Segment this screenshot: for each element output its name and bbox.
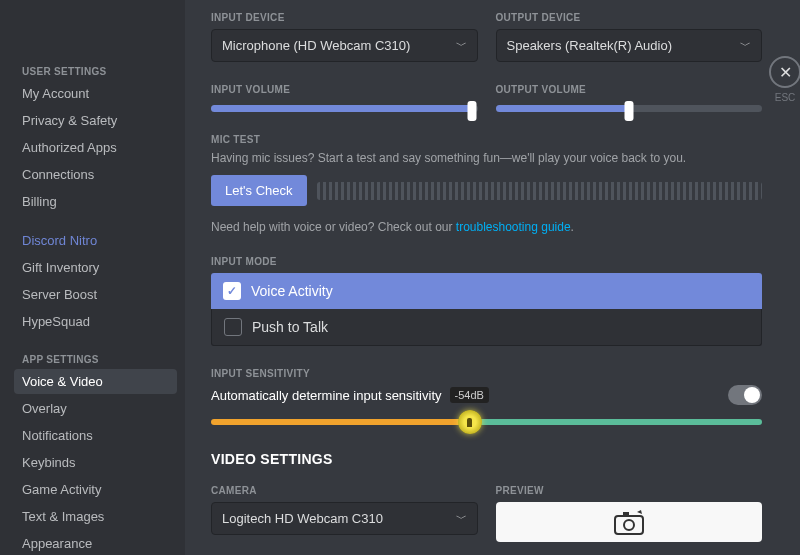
video-settings-header: VIDEO SETTINGS xyxy=(211,451,762,467)
push-to-talk-label: Push to Talk xyxy=(252,319,328,335)
sidebar-item-server-boost[interactable]: Server Boost xyxy=(14,282,177,307)
output-volume-slider[interactable] xyxy=(496,105,763,112)
svg-rect-2 xyxy=(623,512,629,517)
input-sensitivity-label: INPUT SENSITIVITY xyxy=(211,368,762,379)
settings-sidebar: USER SETTINGS My Account Privacy & Safet… xyxy=(0,0,185,555)
sidebar-item-text-images[interactable]: Text & Images xyxy=(14,504,177,529)
output-device-value: Speakers (Realtek(R) Audio) xyxy=(507,38,672,53)
sidebar-item-overlay[interactable]: Overlay xyxy=(14,396,177,421)
input-volume-slider[interactable] xyxy=(211,105,478,112)
input-device-select[interactable]: Microphone (HD Webcam C310) ﹀ xyxy=(211,29,478,62)
sensitivity-slider[interactable] xyxy=(211,419,762,425)
sidebar-item-discord-nitro[interactable]: Discord Nitro xyxy=(14,228,177,253)
input-mode-label: INPUT MODE xyxy=(211,256,762,267)
chevron-down-icon: ﹀ xyxy=(456,511,467,526)
svg-rect-0 xyxy=(615,516,643,534)
close-settings: ✕ ESC xyxy=(769,56,800,103)
mic-test-desc: Having mic issues? Start a test and say … xyxy=(211,151,762,165)
chevron-down-icon: ﹀ xyxy=(740,38,751,53)
preview-label: PREVIEW xyxy=(496,485,763,496)
camera-select[interactable]: Logitech HD Webcam C310 ﹀ xyxy=(211,502,478,535)
sidebar-item-privacy[interactable]: Privacy & Safety xyxy=(14,108,177,133)
auto-sensitivity-text: Automatically determine input sensitivit… xyxy=(211,388,442,403)
slider-thumb[interactable] xyxy=(624,101,633,121)
sidebar-item-notifications[interactable]: Notifications xyxy=(14,423,177,448)
troubleshooting-link[interactable]: troubleshooting guide xyxy=(456,220,571,234)
sidebar-item-appearance[interactable]: Appearance xyxy=(14,531,177,555)
user-settings-header: USER SETTINGS xyxy=(14,60,177,81)
output-device-select[interactable]: Speakers (Realtek(R) Audio) ﹀ xyxy=(496,29,763,62)
mic-level-meter xyxy=(317,182,762,200)
camera-preview xyxy=(496,502,763,542)
db-tooltip: -54dB xyxy=(450,387,489,403)
input-volume-label: INPUT VOLUME xyxy=(211,84,478,95)
sidebar-item-gift-inventory[interactable]: Gift Inventory xyxy=(14,255,177,280)
input-device-label: INPUT DEVICE xyxy=(211,12,478,23)
checkbox-icon xyxy=(224,318,242,336)
sidebar-item-game-activity[interactable]: Game Activity xyxy=(14,477,177,502)
checkbox-icon: ✓ xyxy=(223,282,241,300)
mic-test-label: MIC TEST xyxy=(211,134,762,145)
input-mode-voice-activity[interactable]: ✓ Voice Activity xyxy=(211,273,762,309)
sidebar-item-voice-video[interactable]: Voice & Video xyxy=(14,369,177,394)
app-settings-header: APP SETTINGS xyxy=(14,348,177,369)
sidebar-item-keybinds[interactable]: Keybinds xyxy=(14,450,177,475)
camera-value: Logitech HD Webcam C310 xyxy=(222,511,383,526)
output-device-label: OUTPUT DEVICE xyxy=(496,12,763,23)
input-device-value: Microphone (HD Webcam C310) xyxy=(222,38,410,53)
help-text: Need help with voice or video? Check out… xyxy=(211,220,762,234)
sensitivity-handle[interactable] xyxy=(458,410,482,434)
close-label: ESC xyxy=(769,92,800,103)
camera-label: CAMERA xyxy=(211,485,478,496)
svg-point-1 xyxy=(624,520,634,530)
auto-sensitivity-toggle[interactable] xyxy=(728,385,762,405)
slider-thumb[interactable] xyxy=(468,101,477,121)
lets-check-button[interactable]: Let's Check xyxy=(211,175,307,206)
sidebar-item-my-account[interactable]: My Account xyxy=(14,81,177,106)
voice-activity-label: Voice Activity xyxy=(251,283,333,299)
sidebar-item-billing[interactable]: Billing xyxy=(14,189,177,214)
output-volume-label: OUTPUT VOLUME xyxy=(496,84,763,95)
settings-content: ✕ ESC INPUT DEVICE Microphone (HD Webcam… xyxy=(185,0,800,555)
sidebar-item-connections[interactable]: Connections xyxy=(14,162,177,187)
chevron-down-icon: ﹀ xyxy=(456,38,467,53)
input-mode-push-to-talk[interactable]: Push to Talk xyxy=(211,309,762,346)
close-button[interactable]: ✕ xyxy=(769,56,800,88)
sidebar-item-authorized-apps[interactable]: Authorized Apps xyxy=(14,135,177,160)
sidebar-item-hypesquad[interactable]: HypeSquad xyxy=(14,309,177,334)
